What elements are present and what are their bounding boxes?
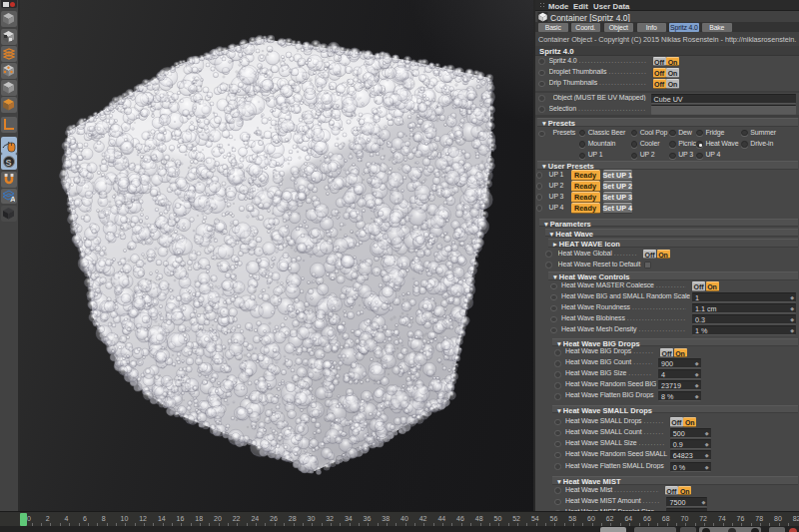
- svg-text:A: A: [10, 195, 15, 203]
